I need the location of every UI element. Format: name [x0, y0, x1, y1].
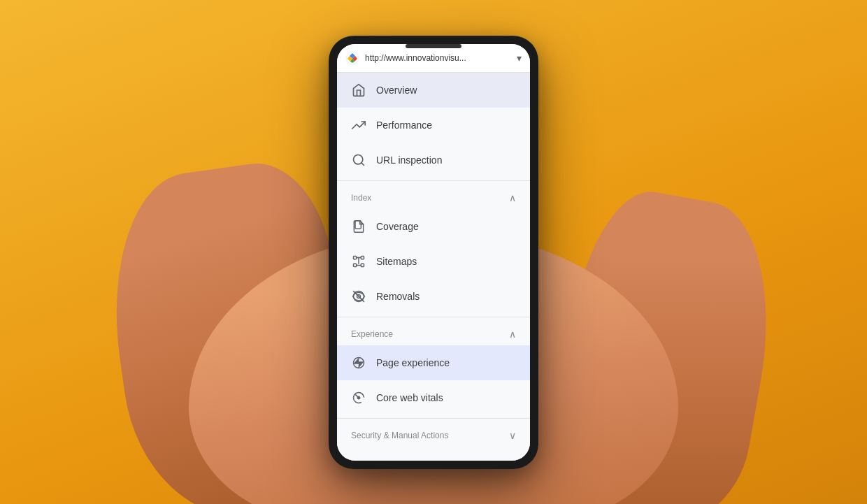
nav-label-performance: Performance	[376, 120, 432, 131]
scene: http://www.innovationvisu... ▾ Overview	[0, 0, 867, 504]
nav-label-removals: Removals	[376, 291, 420, 302]
sitemaps-icon	[351, 254, 366, 269]
home-icon	[351, 82, 366, 98]
divider-2	[337, 317, 530, 317]
phone-notch	[406, 44, 461, 48]
svg-line-2	[361, 162, 364, 165]
gsc-favicon	[345, 51, 359, 65]
section-label-security: Security & Manual Actions	[351, 431, 448, 440]
nav-label-coverage: Coverage	[376, 221, 419, 232]
page-experience-icon	[351, 355, 366, 370]
trending-up-icon	[351, 117, 366, 133]
core-web-vitals-icon	[351, 390, 366, 405]
url-text: http://www.innovationvisu...	[365, 53, 511, 63]
search-icon	[351, 152, 366, 168]
nav-label-sitemaps: Sitemaps	[376, 256, 417, 267]
divider-3	[337, 418, 530, 419]
nav-label-core-web-vitals: Core web vitals	[376, 392, 443, 403]
nav-item-url-inspection[interactable]: URL inspection	[337, 143, 530, 178]
nav-item-page-experience[interactable]: Page experience	[337, 345, 530, 380]
nav-label-url-inspection: URL inspection	[376, 154, 442, 166]
nav-item-overview[interactable]: Overview	[337, 73, 530, 108]
coverage-icon	[351, 219, 366, 234]
nav-item-sitemaps[interactable]: Sitemaps	[337, 244, 530, 279]
svg-point-18	[357, 396, 359, 398]
section-header-index[interactable]: Index ∧	[337, 184, 530, 209]
section-label-index: Index	[351, 193, 371, 203]
url-dropdown-icon[interactable]: ▾	[517, 52, 522, 64]
chevron-down-security: ∨	[509, 430, 516, 441]
nav-menu: Overview Performance	[337, 73, 530, 461]
nav-label-page-experience: Page experience	[376, 357, 450, 368]
chevron-up-experience: ∧	[509, 329, 516, 340]
nav-item-core-web-vitals[interactable]: Core web vitals	[337, 380, 530, 415]
phone-screen: http://www.innovationvisu... ▾ Overview	[337, 44, 530, 461]
removals-icon	[351, 289, 366, 304]
divider-1	[337, 180, 530, 181]
url-bar[interactable]: http://www.innovationvisu... ▾	[337, 44, 530, 73]
section-header-security[interactable]: Security & Manual Actions ∨	[337, 422, 530, 447]
chevron-up-index: ∧	[509, 192, 516, 203]
phone-frame: http://www.innovationvisu... ▾ Overview	[329, 36, 538, 469]
nav-item-performance[interactable]: Performance	[337, 108, 530, 143]
nav-label-overview: Overview	[376, 85, 417, 96]
nav-item-removals[interactable]: Removals	[337, 279, 530, 314]
section-header-experience[interactable]: Experience ∧	[337, 320, 530, 345]
section-label-experience: Experience	[351, 329, 393, 339]
nav-item-coverage[interactable]: Coverage	[337, 209, 530, 244]
